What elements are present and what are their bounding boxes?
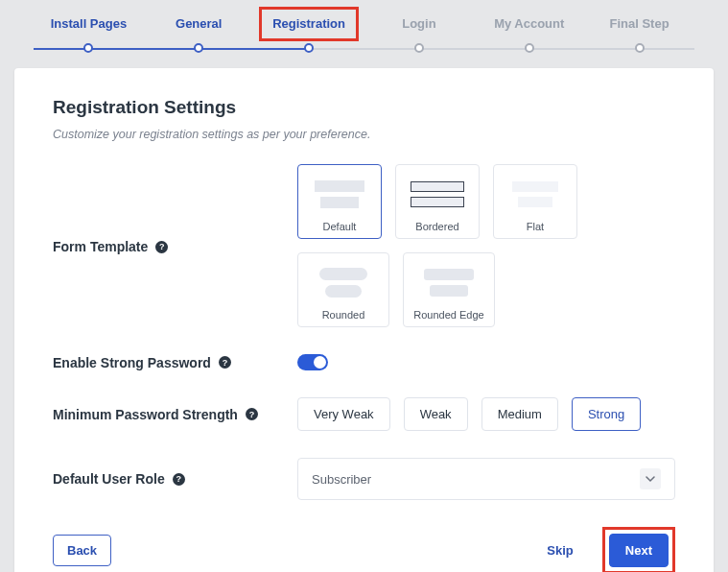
step-dot: [635, 43, 645, 53]
field-strong-password: Enable Strong Password ?: [53, 354, 675, 370]
step-general[interactable]: General: [144, 14, 254, 44]
template-tiles-row1: Default Bordered Flat: [297, 164, 675, 239]
field-min-strength: Minimum Password Strength ? Very Weak We…: [53, 397, 675, 431]
template-bordered[interactable]: Bordered: [395, 164, 480, 239]
step-install-pages[interactable]: Install Pages: [34, 14, 144, 44]
step-dot: [414, 43, 424, 53]
stepper-progress: [34, 48, 311, 50]
strong-password-toggle[interactable]: [297, 354, 328, 370]
tile-label: Rounded: [306, 309, 381, 321]
label-text: Minimum Password Strength: [53, 407, 238, 422]
page-title: Registration Settings: [53, 97, 675, 118]
min-strength-label: Minimum Password Strength ?: [53, 407, 297, 422]
chevron-down-icon: [640, 468, 661, 489]
help-icon[interactable]: ?: [173, 473, 185, 486]
field-form-template: Form Template ? Default Bordered: [53, 164, 675, 327]
tile-label: Default: [306, 221, 373, 232]
strong-password-label: Enable Strong Password ?: [53, 355, 297, 370]
step-login[interactable]: Login: [364, 14, 474, 44]
select-value: Subscriber: [312, 472, 371, 487]
step-my-account[interactable]: My Account: [474, 14, 584, 44]
preview-bar: [424, 269, 474, 280]
step-label: Final Step: [609, 16, 669, 31]
form-template-label: Form Template ?: [53, 237, 297, 254]
preview-bar: [319, 268, 367, 280]
tile-label: Rounded Edge: [411, 309, 486, 321]
stepper-nav: Install Pages General Registration Login…: [34, 14, 694, 57]
tile-label: Bordered: [404, 221, 471, 232]
help-icon[interactable]: ?: [155, 241, 168, 253]
next-highlight-box: Next: [602, 527, 675, 572]
page-subtitle: Customize your registration settings as …: [53, 128, 675, 141]
step-label: General: [176, 16, 222, 31]
preview-bar: [430, 285, 468, 297]
settings-card: Registration Settings Customize your reg…: [14, 68, 714, 572]
strength-strong[interactable]: Strong: [572, 397, 641, 431]
step-dot: [194, 43, 203, 53]
label-text: Form Template: [53, 239, 148, 254]
step-final[interactable]: Final Step: [584, 14, 694, 44]
strength-medium[interactable]: Medium: [481, 397, 558, 431]
strength-options: Very Weak Weak Medium Strong: [297, 397, 675, 431]
field-default-role: Default User Role ? Subscriber: [53, 458, 675, 500]
form-template-control: Default Bordered Flat: [297, 164, 675, 327]
template-rounded[interactable]: Rounded: [297, 252, 389, 327]
step-dot: [304, 43, 314, 53]
skip-button[interactable]: Skip: [533, 536, 586, 565]
template-rounded-edge[interactable]: Rounded Edge: [403, 252, 495, 327]
preview-bar: [411, 197, 464, 207]
back-button[interactable]: Back: [53, 535, 111, 566]
help-icon[interactable]: ?: [246, 408, 258, 420]
default-role-select[interactable]: Subscriber: [297, 458, 675, 500]
strength-very-weak[interactable]: Very Weak: [297, 397, 390, 431]
template-default[interactable]: Default: [297, 164, 382, 239]
step-dot: [83, 43, 93, 53]
footer-right: Skip Next: [533, 527, 675, 572]
step-label: Login: [402, 16, 435, 31]
footer-actions: Back Skip Next: [53, 527, 675, 572]
step-label: My Account: [494, 16, 564, 31]
preview-bar: [325, 285, 362, 298]
strong-password-control: [297, 354, 675, 370]
help-icon[interactable]: ?: [219, 356, 231, 369]
tile-preview: [306, 173, 373, 215]
next-button[interactable]: Next: [609, 534, 669, 567]
step-label: Install Pages: [51, 16, 127, 31]
preview-bar: [320, 197, 359, 208]
step-dot: [525, 43, 534, 53]
strength-weak[interactable]: Weak: [404, 397, 468, 431]
template-flat[interactable]: Flat: [493, 164, 577, 239]
default-role-label: Default User Role ?: [53, 471, 297, 487]
preview-bar: [518, 197, 552, 207]
tile-label: Flat: [502, 221, 569, 232]
tile-preview: [411, 261, 486, 303]
label-text: Default User Role: [53, 471, 165, 487]
step-label: Registration: [272, 16, 345, 31]
label-text: Enable Strong Password: [53, 355, 211, 370]
tile-preview: [502, 173, 569, 215]
step-registration[interactable]: Registration: [254, 14, 364, 44]
template-tiles-row2: Rounded Rounded Edge: [297, 252, 675, 327]
preview-bar: [512, 181, 558, 192]
preview-bar: [411, 181, 464, 192]
tile-preview: [306, 261, 381, 303]
default-role-control: Subscriber: [297, 458, 675, 500]
tile-preview: [404, 173, 471, 215]
preview-bar: [315, 180, 364, 192]
